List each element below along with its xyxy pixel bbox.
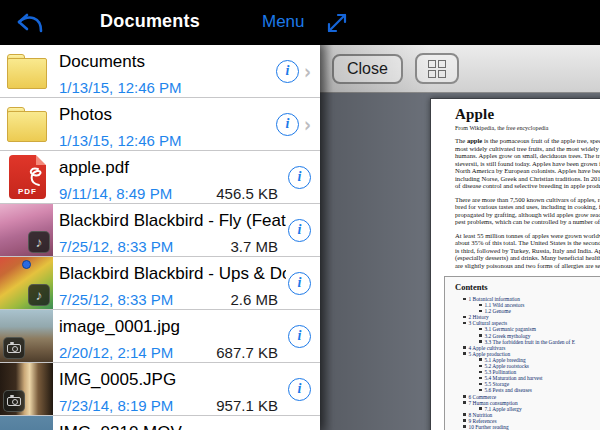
contents-list: 1 Botanical information1.1 Wild ancestor… [455, 296, 600, 430]
pdf-canvas[interactable]: Apple From Wikipedia, the free encyclope… [320, 93, 600, 430]
info-button[interactable]: i [276, 113, 299, 136]
file-size: 2.6 MB [230, 291, 278, 308]
audio-thumbnail: ♪ [0, 257, 53, 309]
pdf-page: Apple From Wikipedia, the free encyclope… [430, 98, 600, 430]
file-name: Blackbird Blackbird - Fly (Feat… [59, 211, 286, 231]
file-name: IMG_0310.MOV [59, 423, 318, 430]
info-button[interactable]: i [288, 166, 311, 189]
video-thumbnail [0, 416, 53, 430]
article-subtitle: From Wikipedia, the free encyclopedia [455, 125, 600, 131]
music-note-icon: ♪ [28, 231, 50, 253]
file-name: image_0001.jpg [59, 317, 286, 337]
expand-fullscreen-icon[interactable] [322, 9, 352, 37]
file-size: 957.1 KB [216, 397, 278, 414]
file-row-image[interactable]: image_0001.jpg 2/20/12, 2:14 PM 687.7 KB… [0, 310, 320, 363]
grid-icon [428, 60, 446, 78]
file-date: 7/25/12, 8:33 PM [59, 291, 173, 308]
file-name: apple.pdf [59, 158, 286, 178]
file-row-audio[interactable]: ♪ Blackbird Blackbird - Ups & Do… 7/25/1… [0, 257, 320, 310]
file-name: Photos [59, 105, 274, 125]
info-button[interactable]: i [276, 60, 299, 83]
file-row-video[interactable]: IMG_0310.MOV [0, 416, 320, 430]
file-date: 9/11/14, 8:49 PM [59, 185, 172, 202]
document-preview-panel: Close Apple From Wikipedia, the free enc… [320, 45, 600, 430]
folder-icon [0, 98, 53, 150]
pdf-file-icon: PDF [0, 151, 53, 203]
file-row-folder[interactable]: Documents 1/13/15, 12:46 PM i › [0, 45, 320, 98]
folder-icon [0, 45, 53, 97]
file-row-pdf[interactable]: PDF apple.pdf 9/11/14, 8:49 PM 456.5 KB … [0, 151, 320, 204]
article-paragraphs: The apple is the pomaceous fruit of the … [455, 137, 600, 269]
close-button[interactable]: Close [332, 54, 403, 84]
file-size: 3.7 MB [230, 238, 278, 255]
camera-icon [3, 337, 25, 359]
file-date: 1/13/15, 12:46 PM [59, 79, 182, 96]
camera-icon [3, 390, 25, 412]
preview-toolbar: Close [320, 45, 600, 93]
music-note-icon: ♪ [28, 284, 50, 306]
info-button[interactable]: i [288, 219, 311, 242]
page-title: Documents [0, 11, 300, 32]
image-thumbnail [0, 363, 53, 415]
info-button[interactable]: i [288, 272, 311, 295]
file-size: 687.7 KB [216, 344, 278, 361]
contents-title: Contents [455, 282, 600, 292]
file-name: IMG_0005.JPG [59, 370, 286, 390]
chevron-right-icon[interactable]: › [304, 59, 311, 84]
file-name: Blackbird Blackbird - Ups & Do… [59, 264, 286, 284]
contents-box: Contents 1 Botanical information1.1 Wild… [444, 276, 600, 430]
file-date: 7/23/14, 8:19 PM [59, 397, 173, 414]
info-button[interactable]: i [288, 325, 311, 348]
file-date: 2/20/12, 2:14 PM [59, 344, 173, 361]
file-row-image[interactable]: IMG_0005.JPG 7/23/14, 8:19 PM 957.1 KB i [0, 363, 320, 416]
image-thumbnail [0, 310, 53, 362]
file-list: Documents 1/13/15, 12:46 PM i › Photos 1… [0, 45, 320, 430]
audio-thumbnail: ♪ [0, 204, 53, 256]
main-split-view: Documents 1/13/15, 12:46 PM i › Photos 1… [0, 45, 600, 430]
file-row-audio[interactable]: ♪ Blackbird Blackbird - Fly (Feat… 7/25/… [0, 204, 320, 257]
top-nav-bar: Documents Menu [0, 0, 600, 45]
file-size: 456.5 KB [216, 185, 278, 202]
file-name: Documents [59, 52, 274, 72]
pin-icon [22, 260, 31, 269]
article-title: Apple [455, 106, 600, 123]
file-date: 7/25/12, 8:33 PM [59, 238, 173, 255]
documents-app-window: Documents Menu Documents 1/13/15, 12:46 … [0, 0, 600, 430]
file-date: 1/13/15, 12:46 PM [59, 132, 182, 149]
file-row-folder[interactable]: Photos 1/13/15, 12:46 PM i › [0, 98, 320, 151]
menu-button[interactable]: Menu [262, 12, 305, 32]
info-button[interactable]: i [288, 378, 311, 401]
thumbnails-grid-button[interactable] [415, 53, 459, 84]
chevron-right-icon[interactable]: › [304, 112, 311, 137]
